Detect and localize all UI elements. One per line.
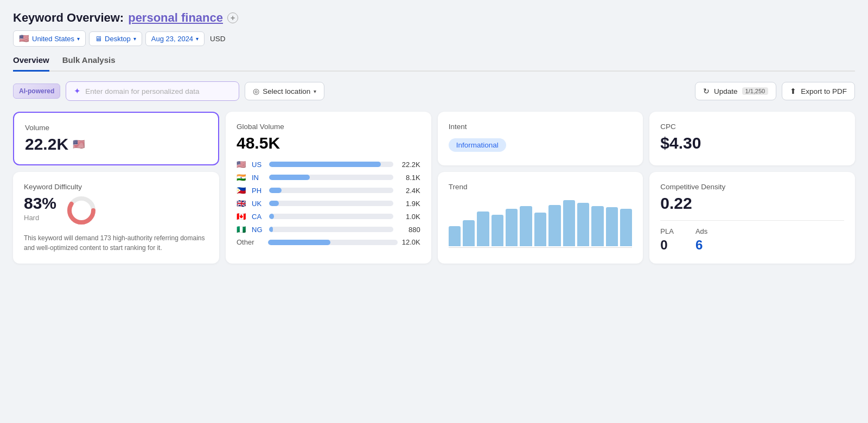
- country-code: PH: [252, 187, 265, 195]
- country-filter[interactable]: 🇺🇸 United States ▾: [13, 30, 86, 47]
- other-value: 12.0K: [402, 238, 420, 246]
- country-value: 880: [398, 226, 420, 234]
- pla-value: 0: [660, 238, 674, 253]
- donut-svg: [65, 194, 98, 227]
- domain-input-wrapper[interactable]: ✦ Enter domain for personalized data: [66, 81, 239, 101]
- add-keyword-icon[interactable]: +: [227, 12, 238, 23]
- global-volume-label: Global Volume: [237, 123, 420, 131]
- tabs-row: Overview Bulk Analysis: [13, 55, 855, 72]
- cpc-card: CPC $4.30: [649, 112, 855, 165]
- global-volume-card: Global Volume 48.5K 🇺🇸 US 22.2K 🇮🇳 IN 8.…: [226, 112, 431, 264]
- country-code: UK: [252, 200, 265, 208]
- other-bar-bg: [268, 240, 398, 245]
- kd-left: 83% Hard: [24, 194, 56, 222]
- title-prefix: Keyword Overview:: [13, 11, 124, 25]
- kd-difficulty: Hard: [24, 214, 56, 222]
- volume-label: Volume: [25, 124, 207, 132]
- country-bar-fill: [269, 201, 279, 206]
- device-icon: 🖥: [95, 35, 102, 43]
- competitive-density-card: Competitive Density 0.22 PLA 0 Ads 6: [649, 172, 855, 264]
- domain-input[interactable]: Enter domain for personalized data: [85, 87, 199, 95]
- cpc-value: $4.30: [660, 134, 844, 152]
- volume-flag: 🇺🇸: [73, 138, 85, 150]
- trend-bar: [492, 215, 503, 246]
- trend-bar: [449, 226, 461, 246]
- chevron-down-icon: ▾: [196, 36, 199, 42]
- country-flag-icon: 🇮🇳: [237, 173, 247, 182]
- country-flag-icon: 🇬🇧: [237, 199, 247, 208]
- export-button[interactable]: ⬆ Export to PDF: [782, 82, 855, 100]
- kd-percent: 83%: [24, 194, 56, 213]
- ads-section: Ads 6: [695, 227, 707, 253]
- trend-bar: [534, 213, 546, 246]
- page-title: Keyword Overview: personal finance +: [13, 11, 855, 25]
- country-value: 8.1K: [398, 174, 420, 182]
- country-label: United States: [32, 35, 74, 43]
- chevron-down-icon: ▾: [314, 88, 316, 94]
- currency-label: USD: [208, 35, 228, 43]
- country-bar-bg: [269, 188, 393, 193]
- update-count-badge: 1/1,250: [742, 87, 769, 95]
- date-filter[interactable]: Aug 23, 2024 ▾: [145, 31, 205, 46]
- country-code: CA: [252, 213, 265, 221]
- country-value: 1.0K: [398, 213, 420, 221]
- comp-density-value: 0.22: [660, 194, 844, 213]
- country-value: 2.4K: [398, 187, 420, 195]
- country-bar-fill: [269, 227, 273, 232]
- kd-card: Keyword Difficulty 83% Hard This keyword…: [13, 172, 219, 264]
- trend-bar: [591, 206, 603, 246]
- refresh-icon: ↻: [703, 87, 710, 95]
- country-flag-icon: 🇳🇬: [237, 225, 247, 234]
- intent-card: Intent Informational: [438, 112, 643, 165]
- location-label: Select location: [263, 87, 310, 95]
- filters-row: 🇺🇸 United States ▾ 🖥 Desktop ▾ Aug 23, 2…: [13, 30, 855, 47]
- export-icon: ⬆: [790, 87, 796, 95]
- cpc-label: CPC: [660, 123, 844, 131]
- volume-card: Volume 22.2K 🇺🇸: [13, 112, 219, 165]
- intent-label: Intent: [449, 123, 633, 131]
- global-volume-value: 48.5K: [237, 134, 420, 152]
- trend-bar: [463, 220, 475, 246]
- location-icon: ◎: [253, 87, 259, 95]
- country-row: 🇵🇭 PH 2.4K: [237, 186, 420, 195]
- country-bar-fill: [269, 175, 310, 180]
- volume-value: 22.2K 🇺🇸: [25, 135, 207, 153]
- chevron-down-icon: ▾: [77, 36, 80, 42]
- country-row: 🇳🇬 NG 880: [237, 225, 420, 234]
- trend-bar: [577, 203, 589, 246]
- other-row: Other 12.0K: [237, 238, 420, 246]
- trend-bar: [620, 209, 632, 246]
- country-flag-icon: 🇵🇭: [237, 186, 247, 195]
- kd-donut-chart: [65, 194, 98, 227]
- country-bar-bg: [269, 227, 393, 232]
- device-label: Desktop: [105, 35, 131, 43]
- chevron-down-icon: ▾: [133, 36, 136, 42]
- trend-bar: [606, 207, 618, 246]
- country-row: 🇺🇸 US 22.2K: [237, 160, 420, 169]
- country-bar-bg: [269, 214, 393, 219]
- kd-description: This keyword will demand 173 high-author…: [24, 233, 208, 253]
- location-selector[interactable]: ◎ Select location ▾: [245, 82, 324, 100]
- toolbar-row: AI-powered ✦ Enter domain for personaliz…: [13, 81, 855, 101]
- tab-overview[interactable]: Overview: [13, 55, 49, 72]
- update-label: Update: [714, 87, 738, 95]
- cards-grid: Volume 22.2K 🇺🇸 Global Volume 48.5K 🇺🇸 U…: [13, 112, 855, 264]
- comp-density-label: Competitive Density: [660, 183, 844, 191]
- trend-chart: [449, 197, 633, 246]
- ads-label: Ads: [695, 227, 707, 235]
- tab-bulk-analysis[interactable]: Bulk Analysis: [62, 55, 116, 72]
- country-bar-fill: [269, 214, 274, 219]
- update-button[interactable]: ↻ Update 1/1,250: [695, 82, 776, 100]
- device-filter[interactable]: 🖥 Desktop ▾: [89, 31, 142, 46]
- country-row: 🇨🇦 CA 1.0K: [237, 212, 420, 221]
- country-code: NG: [252, 226, 265, 234]
- kd-label: Keyword Difficulty: [24, 183, 208, 191]
- country-flag-icon: 🇺🇸: [237, 160, 247, 169]
- country-value: 22.2K: [398, 161, 420, 169]
- kd-top: 83% Hard: [24, 194, 208, 227]
- trend-bar: [477, 211, 489, 246]
- ai-badge: AI-powered: [13, 84, 60, 99]
- country-bar-fill: [269, 162, 381, 167]
- divider: [660, 220, 844, 221]
- export-label: Export to PDF: [801, 87, 847, 95]
